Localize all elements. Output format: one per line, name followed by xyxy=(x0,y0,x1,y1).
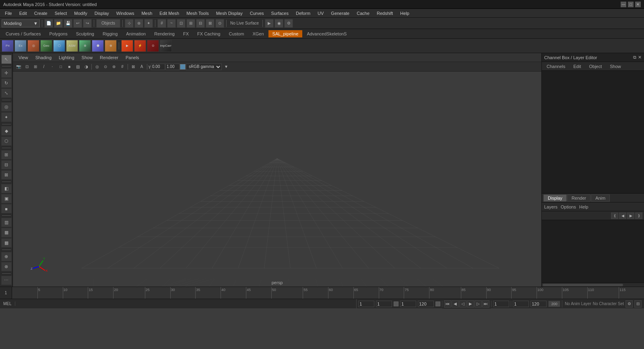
ipr-button[interactable]: ◉ xyxy=(275,19,283,28)
layer-forward-btn[interactable]: ⟫ xyxy=(635,213,642,219)
ch-tab-channels[interactable]: Channels xyxy=(543,63,568,70)
tab-fx-caching[interactable]: FX Caching xyxy=(193,30,224,37)
tool11-btn[interactable]: ⊕ xyxy=(1,252,12,261)
vp-menu-lighting[interactable]: Lighting xyxy=(56,54,78,61)
tool8-btn[interactable]: ▥ xyxy=(1,218,12,227)
vp-hud[interactable]: ⊠ xyxy=(129,63,137,70)
shelf-icon-3[interactable]: ◎ xyxy=(27,40,39,52)
select-tool[interactable]: ⊹ xyxy=(125,19,134,28)
snap-view[interactable]: ⊟ xyxy=(196,19,205,28)
vp-xray[interactable]: ◎ xyxy=(93,63,101,70)
menu-windows[interactable]: Windows xyxy=(113,10,138,17)
vp-menu-renderer[interactable]: Renderer xyxy=(97,54,122,61)
save-button[interactable]: 💾 xyxy=(64,19,72,28)
tab-rendering[interactable]: Rendering xyxy=(150,30,179,37)
paint-tool[interactable]: ✦ xyxy=(144,19,153,28)
vp-wire[interactable]: □ xyxy=(57,63,65,70)
tab-fx[interactable]: FX xyxy=(179,30,193,37)
menu-edit[interactable]: Edit xyxy=(16,10,30,17)
snap-curve[interactable]: ~ xyxy=(167,19,176,28)
vp-menu-show[interactable]: Show xyxy=(78,54,96,61)
menu-deform[interactable]: Deform xyxy=(293,10,314,17)
range-start[interactable] xyxy=(513,301,529,307)
current-frame-input[interactable] xyxy=(376,301,392,307)
viewport[interactable]: View Shading Lighting Show Renderer Pane… xyxy=(13,53,541,287)
shelf-icon-asm[interactable]: ASM xyxy=(66,40,78,52)
snap-live[interactable]: ⊙ xyxy=(215,19,224,28)
create-subdiv-btn[interactable]: ⊠ xyxy=(1,170,12,180)
minimize-button[interactable]: — xyxy=(621,2,626,7)
vp-snap-point[interactable]: · xyxy=(48,63,56,70)
vp-lit[interactable]: ◑ xyxy=(82,63,90,70)
vp-resolution[interactable]: ⊛ xyxy=(110,63,118,70)
shelf-icon-explr[interactable]: Ex xyxy=(14,40,27,52)
current-frame-number[interactable] xyxy=(493,301,509,307)
snap-point[interactable]: ⊡ xyxy=(177,19,186,28)
vp-smooth[interactable]: ■ xyxy=(65,63,73,70)
vp-textured[interactable]: ▨ xyxy=(74,63,82,70)
menu-surfaces[interactable]: Surfaces xyxy=(268,10,292,17)
play-forward-btn[interactable]: ▶ xyxy=(467,300,474,308)
color-space-dropdown[interactable]: sRGB gamma xyxy=(186,64,222,70)
shelf-icon-rnd3[interactable]: ⊙ xyxy=(147,40,159,52)
shelf-icon-rnd2[interactable]: ⚡ xyxy=(134,40,146,52)
channel-box-float-btn[interactable]: ⧉ xyxy=(633,55,636,60)
open-button[interactable]: 📁 xyxy=(54,19,63,28)
play-back-btn[interactable]: ◁ xyxy=(459,300,466,308)
rotate-tool-btn[interactable]: ↻ xyxy=(1,78,12,88)
tab-advanced-skeletons[interactable]: AdvancedSkeletonS xyxy=(303,30,351,37)
tab-rigging[interactable]: Rigging xyxy=(99,30,122,37)
menu-mesh-tools[interactable]: Mesh Tools xyxy=(183,10,212,17)
frame-display[interactable] xyxy=(400,301,416,307)
vp-snap-edge[interactable]: / xyxy=(40,63,48,70)
create-poly-btn[interactable]: ⊞ xyxy=(1,150,12,159)
tool9-btn[interactable]: ▦ xyxy=(1,228,12,237)
tool10-btn[interactable]: ▩ xyxy=(1,238,12,248)
gamma-value-input[interactable] xyxy=(151,64,165,70)
scrollbar-thumb[interactable] xyxy=(543,284,623,286)
vp-aa[interactable]: A xyxy=(138,63,146,70)
maximize-button[interactable]: □ xyxy=(628,2,634,7)
rb-tab-render[interactable]: Render xyxy=(567,194,590,202)
create-nurbs-btn[interactable]: ⊟ xyxy=(1,160,12,169)
rb-tab-display[interactable]: Display xyxy=(543,194,567,202)
paint-sel-btn[interactable]: ✦ xyxy=(1,112,12,122)
new-scene-button[interactable]: 📄 xyxy=(44,19,53,28)
snap-grid[interactable]: # xyxy=(157,19,166,28)
status-settings-btn[interactable]: ⚙ xyxy=(625,300,633,308)
layers-menu-layers[interactable]: Layers xyxy=(544,204,557,209)
tab-sal-pipeline[interactable]: SAL_pipeline xyxy=(268,30,303,37)
menu-mesh-display[interactable]: Mesh Display xyxy=(213,10,246,17)
snap-surface[interactable]: ⊞ xyxy=(186,19,195,28)
menu-redshift[interactable]: Redshift xyxy=(374,10,396,17)
go-end-btn[interactable]: ⏭ xyxy=(482,300,489,308)
ch-tab-show[interactable]: Show xyxy=(607,63,624,70)
vp-isolate[interactable]: ⊙ xyxy=(101,63,109,70)
frame-start-input[interactable] xyxy=(358,301,374,307)
menu-cache[interactable]: Cache xyxy=(353,10,373,17)
timeline[interactable]: 1 51015202530354045505560657075808590951… xyxy=(0,287,644,299)
layers-menu-options[interactable]: Options xyxy=(561,204,576,209)
range-end[interactable] xyxy=(530,301,547,307)
vp-grid[interactable]: # xyxy=(118,63,126,70)
layer-back-btn[interactable]: ⟪ xyxy=(611,213,618,219)
vp-menu-shading[interactable]: Shading xyxy=(32,54,55,61)
lasso-tool[interactable]: ⊛ xyxy=(134,19,143,28)
objects-button[interactable]: Objects xyxy=(96,19,120,28)
prev-frame-btn[interactable]: ◀ xyxy=(452,300,459,308)
status-extra-btn[interactable]: ⊟ xyxy=(634,300,642,308)
ch-tab-object[interactable]: Object xyxy=(586,63,605,70)
tab-sculpting[interactable]: Sculpting xyxy=(72,30,98,37)
shelf-icon-rnd1[interactable]: ▶ xyxy=(121,40,133,52)
select-tool-btn[interactable]: ↖ xyxy=(1,55,12,64)
menu-display[interactable]: Display xyxy=(91,10,112,17)
scale-tool-btn[interactable]: ⤡ xyxy=(1,89,12,98)
right-panel-scrollbar[interactable] xyxy=(542,283,644,287)
timeline-ruler[interactable]: 5101520253035404550556065707580859095100… xyxy=(12,287,644,299)
vp-camera-btn[interactable]: 📷 xyxy=(14,63,23,70)
vp-snap-grid[interactable]: ⊞ xyxy=(31,63,39,70)
next-frame-btn[interactable]: ▷ xyxy=(475,300,482,308)
gamma-max-input[interactable] xyxy=(165,64,180,70)
ch-tab-edit[interactable]: Edit xyxy=(570,63,584,70)
menu-help[interactable]: Help xyxy=(397,10,413,17)
